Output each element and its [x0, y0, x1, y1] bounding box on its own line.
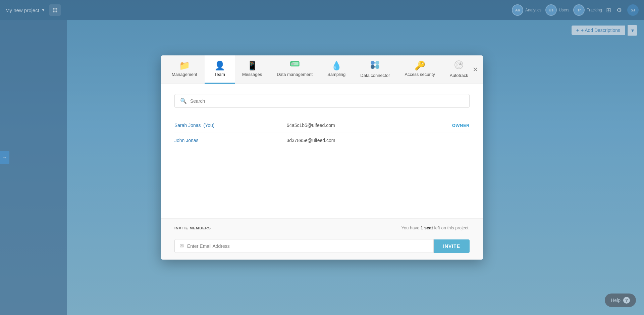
footer-top-row: INVITE MEMBERS You have 1 seat left on t… — [174, 225, 470, 235]
modal-body: 🔍 Sarah Jonas (You) 64a5c1b5@uifeed.com … — [161, 84, 483, 218]
member-email-sarah: 64a5c1b5@uifeed.com — [286, 123, 436, 128]
seat-text: You have — [401, 225, 421, 230]
messages-icon: 📱 — [247, 61, 258, 70]
table-row: John Jonas 3d37895e@uifeed.com — [174, 133, 470, 148]
tab-team-label: Team — [214, 72, 225, 77]
autotrack-icon — [454, 60, 464, 71]
tab-team[interactable]: 👤 Team — [205, 55, 235, 84]
team-icon: 👤 — [214, 61, 225, 70]
tab-data-management-label: Data management — [277, 72, 313, 77]
sampling-icon: 💧 — [331, 61, 342, 70]
tab-autotrack-label: Autotrack — [450, 73, 468, 78]
svg-point-12 — [375, 65, 379, 69]
modal-close-button[interactable]: ✕ — [473, 66, 478, 73]
member-role-sarah: OWNER — [436, 123, 470, 128]
svg-point-11 — [371, 65, 375, 69]
member-name-text: Sarah Jonas — [174, 123, 201, 128]
invite-input-wrap: ✉ — [174, 239, 434, 253]
svg-rect-8 — [291, 64, 294, 65]
search-icon: 🔍 — [180, 98, 187, 104]
member-email-john: 3d37895e@uifeed.com — [286, 138, 436, 143]
email-at-icon: ✉ — [179, 243, 184, 249]
tab-sampling[interactable]: 💧 Sampling — [320, 55, 353, 84]
table-row: Sarah Jonas (You) 64a5c1b5@uifeed.com OW… — [174, 118, 470, 133]
modal-footer: INVITE MEMBERS You have 1 seat left on t… — [161, 218, 483, 260]
tab-management-label: Management — [172, 72, 197, 77]
data-connector-icon — [370, 60, 380, 71]
tab-data-connector-label: Data connector — [360, 73, 390, 78]
seat-suffix: left on this project. — [433, 225, 470, 230]
svg-point-9 — [371, 61, 375, 65]
search-box: 🔍 — [174, 94, 470, 108]
management-icon: 📁 — [179, 61, 190, 70]
tab-data-connector[interactable]: Data connector — [353, 55, 397, 84]
you-tag: (You) — [204, 123, 215, 128]
member-name-text: John Jonas — [174, 138, 199, 143]
tab-messages[interactable]: 📱 Messages — [235, 55, 269, 84]
tab-management[interactable]: 📁 Management — [164, 55, 205, 84]
tab-autotrack[interactable]: Autotrack — [442, 55, 476, 84]
invite-members-label: INVITE MEMBERS — [174, 226, 211, 230]
tab-sampling-label: Sampling — [327, 72, 345, 77]
search-input[interactable] — [190, 98, 464, 104]
seat-info: You have 1 seat left on this project. — [401, 225, 470, 230]
svg-rect-6 — [291, 62, 292, 63]
modal-tabs: 📁 Management 👤 Team 📱 Messages Data mana… — [161, 55, 483, 84]
member-name-john: John Jonas — [174, 138, 286, 143]
tab-messages-label: Messages — [242, 72, 262, 77]
member-name-sarah: Sarah Jonas (You) — [174, 123, 286, 128]
invite-row: ✉ INVITE — [174, 239, 470, 253]
data-management-icon — [290, 61, 300, 70]
seat-bold: 1 seat — [421, 225, 433, 230]
invite-button[interactable]: INVITE — [434, 239, 470, 253]
invite-email-input[interactable] — [187, 243, 429, 249]
access-security-icon: 🔑 — [415, 61, 425, 70]
svg-point-10 — [375, 61, 379, 65]
tab-access-security[interactable]: 🔑 Access security — [397, 55, 442, 84]
tab-data-management[interactable]: Data management — [269, 55, 320, 84]
tab-access-security-label: Access security — [405, 72, 435, 77]
svg-rect-7 — [291, 63, 294, 64]
members-table: Sarah Jonas (You) 64a5c1b5@uifeed.com OW… — [174, 118, 470, 148]
modal: 📁 Management 👤 Team 📱 Messages Data mana… — [161, 55, 483, 260]
